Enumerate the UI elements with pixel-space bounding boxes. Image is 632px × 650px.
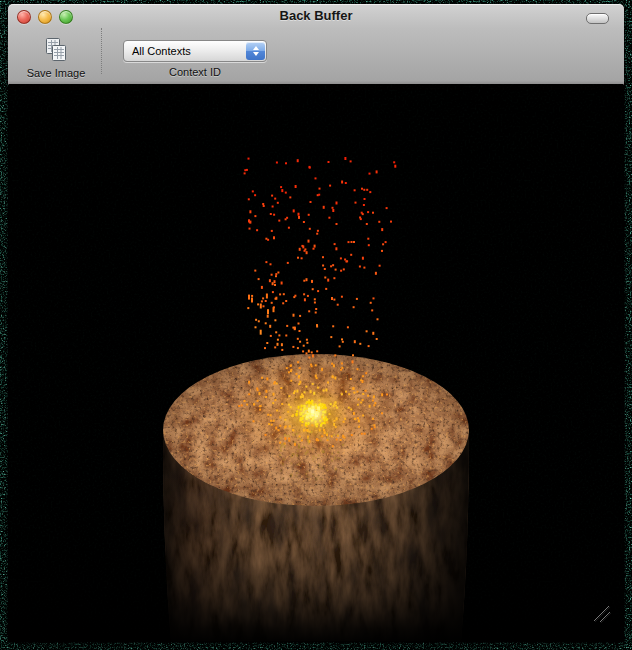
render-view: [9, 84, 623, 641]
save-image-button[interactable]: Save Image: [18, 26, 94, 83]
context-popup-group: All Contexts Context ID: [109, 26, 281, 83]
back-buffer-window: Back Buffer Save Image All Contexts: [8, 4, 624, 642]
close-icon[interactable]: [17, 10, 31, 24]
toolbar-toggle-pill[interactable]: [586, 13, 609, 24]
context-popup-label: Context ID: [169, 66, 221, 78]
toolbar: Save Image All Contexts Context ID: [8, 26, 624, 83]
toolbar-separator: [101, 28, 102, 74]
window-title: Back Buffer: [88, 4, 544, 26]
window-chrome: Back Buffer Save Image All Contexts: [8, 4, 624, 85]
zoom-icon[interactable]: [59, 10, 73, 24]
popup-arrows-icon: [246, 42, 265, 60]
save-image-icon: [43, 37, 69, 67]
titlebar[interactable]: Back Buffer: [8, 4, 624, 26]
context-popup-button[interactable]: All Contexts: [123, 40, 267, 62]
traffic-lights: [17, 10, 73, 24]
save-image-label: Save Image: [27, 67, 86, 79]
minimize-icon[interactable]: [38, 10, 52, 24]
context-popup-value: All Contexts: [124, 45, 246, 57]
